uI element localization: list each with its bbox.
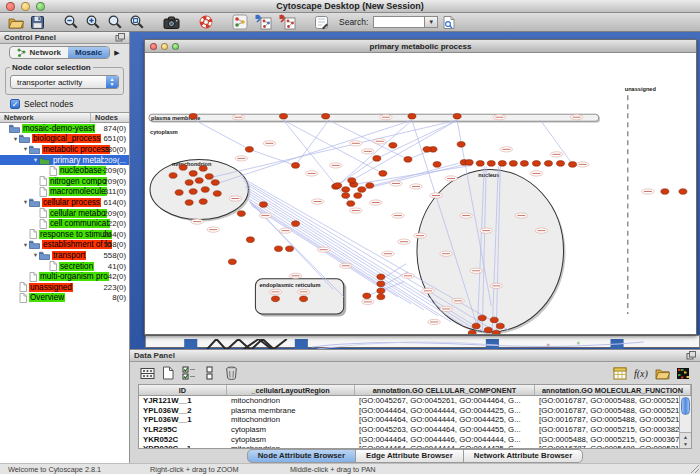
graph-node[interactable] [213, 191, 221, 197]
zoom-button[interactable] [36, 2, 45, 11]
tab-node-attribute-browser[interactable]: Node Attribute Browser [247, 449, 356, 463]
close-button[interactable] [6, 2, 15, 11]
graph-node[interactable] [322, 113, 330, 119]
graph-node[interactable] [246, 237, 254, 243]
graph-node[interactable] [286, 246, 294, 252]
network-tree-row[interactable]: cell communicat22(0) [0, 218, 129, 229]
table-scrollbar[interactable]: ▲▼ [679, 396, 691, 448]
graph-node[interactable] [490, 317, 498, 323]
network-minimize-button[interactable] [161, 43, 168, 50]
graph-node[interactable] [228, 259, 236, 265]
graph-node[interactable] [366, 183, 374, 189]
table-icon[interactable] [611, 365, 629, 382]
graph-node[interactable] [377, 281, 385, 287]
network-tree-row[interactable]: nitrogen compo209(0) [0, 176, 129, 187]
background-window-sliver[interactable] [145, 335, 700, 348]
select-nodes-checkbox[interactable]: ✓ [10, 99, 20, 109]
graph-node[interactable] [457, 142, 465, 148]
network-tree-row[interactable]: ▼primary metab209(... [0, 155, 129, 166]
network-tree-row[interactable]: secretion41(0) [0, 261, 129, 272]
attribute-table-header[interactable]: ID_cellularLayoutRegionannotation.GO CEL… [139, 385, 691, 396]
graph-edge[interactable] [296, 120, 329, 165]
network-tree-row[interactable]: ▼metabolic process280(0) [0, 144, 129, 155]
table-row[interactable]: YKR052Ccytoplasm[GO:0044464, GO:0044446,… [139, 434, 691, 444]
float-panel-icon[interactable] [115, 33, 125, 42]
graph-node[interactable] [211, 180, 219, 186]
graph-node[interactable] [348, 178, 356, 184]
graph-node[interactable] [189, 113, 197, 119]
graph-node[interactable] [476, 161, 484, 167]
table-row[interactable]: YLR295Ccytoplasm[GO:0045263, GO:0044464,… [139, 425, 691, 435]
graph-node[interactable] [389, 143, 397, 149]
region-plasma-membrane[interactable] [149, 114, 599, 121]
minimize-button[interactable] [21, 2, 30, 11]
network-tree-row[interactable]: nucleobase-209(0) [0, 165, 129, 176]
network-tree-row[interactable]: Overview8(0) [0, 293, 129, 304]
unselect-attributes-icon[interactable] [201, 365, 219, 382]
search-config-icon[interactable] [440, 14, 458, 31]
graph-node[interactable] [465, 160, 473, 166]
graph-node[interactable] [199, 166, 207, 172]
new-attribute-icon[interactable] [159, 365, 177, 382]
network-tree-row[interactable]: response to stimulu264(0) [0, 229, 129, 240]
graph-node[interactable] [363, 293, 371, 299]
graph-node[interactable] [377, 288, 385, 294]
graph-node[interactable] [679, 189, 687, 195]
network-tree-row[interactable]: ▼cellular process614(0) [0, 197, 129, 208]
tab-network-attribute-browser[interactable]: Network Attribute Browser [463, 449, 584, 463]
table-column-header[interactable]: ID [139, 385, 227, 395]
graph-node[interactable] [271, 296, 279, 302]
graph-node[interactable] [498, 161, 506, 167]
graph-node[interactable] [175, 190, 183, 196]
table-column-header[interactable]: annotation.GO MOLECULAR_FUNCTION [535, 385, 691, 395]
zoom-selected-icon[interactable] [127, 14, 147, 31]
graph-node[interactable] [199, 199, 207, 205]
graph-node[interactable] [274, 246, 282, 252]
tree-expand-icon[interactable]: ▼ [32, 157, 39, 163]
table-row[interactable]: YPL036W__1mitochondrion[GO:0044464, GO:0… [139, 415, 691, 425]
resize-grip[interactable] [689, 463, 700, 474]
table-row[interactable]: YJR121W__1mitochondrion[GO:0045267, GO:0… [139, 396, 691, 406]
network-tree-row[interactable]: cellular metabo209(0) [0, 208, 129, 219]
graph-edge[interactable] [284, 120, 351, 203]
graph-node[interactable] [201, 187, 209, 193]
graph-node[interactable] [342, 187, 350, 193]
matrix-icon[interactable] [674, 365, 692, 382]
network-view-icon[interactable] [230, 14, 250, 31]
graph-node[interactable] [569, 162, 577, 168]
graph-node[interactable] [377, 294, 385, 300]
tab-network[interactable]: Network [10, 47, 68, 58]
network-tree-row[interactable]: mosaic-demo-yeast874(0) [0, 123, 129, 134]
zoom-fit-icon[interactable] [105, 14, 125, 31]
annotation-icon[interactable] [312, 14, 331, 31]
tree-expand-icon[interactable]: ▼ [22, 199, 29, 205]
open-network-icon[interactable] [6, 14, 26, 31]
network-tree-row[interactable]: multi-organism pro42(0) [0, 271, 129, 282]
graph-node[interactable] [468, 330, 476, 334]
graph-node[interactable] [453, 113, 461, 119]
delete-attribute-icon[interactable] [222, 365, 240, 382]
network-tree-row[interactable]: ▼establishment of lo558(0) [0, 240, 129, 251]
graph-node[interactable] [179, 165, 187, 171]
graph-node[interactable] [433, 162, 441, 168]
table-column-header[interactable]: _cellularLayoutRegion [227, 385, 355, 395]
network-red-icon[interactable] [276, 14, 298, 31]
table-scrollbar-arrows[interactable]: ▲▼ [680, 432, 691, 448]
network-zoom-button[interactable] [172, 43, 179, 50]
graph-node[interactable] [496, 323, 504, 329]
graph-node[interactable] [205, 174, 213, 180]
tree-expand-icon[interactable]: ▼ [22, 242, 29, 248]
graph-node[interactable] [189, 189, 197, 195]
graph-node[interactable] [377, 274, 385, 280]
graph-node[interactable] [185, 200, 193, 206]
more-tabs-icon[interactable]: ▶ [114, 49, 119, 57]
tree-expand-icon[interactable]: ▼ [22, 146, 29, 152]
import-attributes-icon[interactable] [653, 365, 671, 382]
graph-node[interactable] [373, 156, 381, 162]
table-scrollbar-thumb[interactable] [681, 397, 690, 415]
graph-node[interactable] [661, 189, 669, 195]
node-color-dropdown[interactable]: transporter activity ▲▼ [10, 75, 119, 89]
table-row[interactable]: YDR039C__1mitochondrion[GO:0044464, GO:0… [139, 444, 691, 448]
tab-edge-attribute-browser[interactable]: Edge Attribute Browser [355, 449, 464, 463]
graph-node[interactable] [189, 171, 197, 177]
